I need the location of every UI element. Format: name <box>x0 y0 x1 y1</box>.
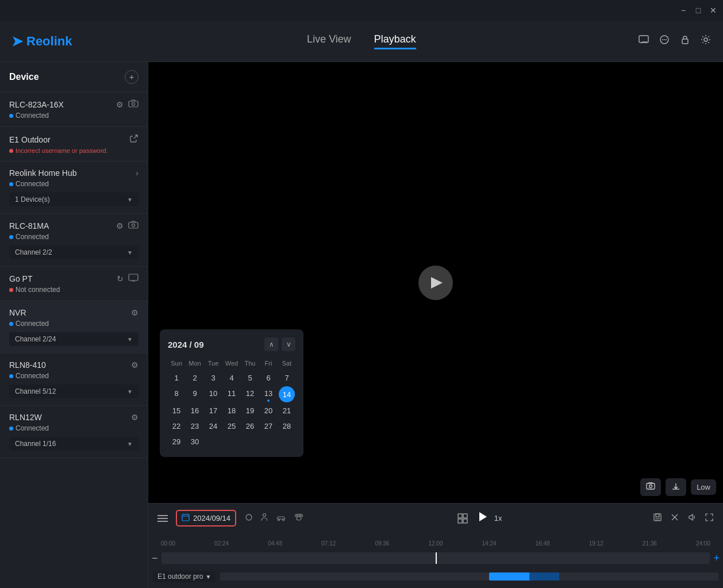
menu-button[interactable] <box>155 512 170 525</box>
tab-live-view[interactable]: Live View <box>307 33 351 49</box>
calendar-day-16[interactable]: 16 <box>186 403 203 418</box>
calendar-day-18[interactable]: 18 <box>223 403 240 418</box>
vehicle-filter[interactable] <box>273 511 289 525</box>
clip-button[interactable] <box>668 510 682 526</box>
ruler-label-0224: 02:24 <box>214 540 229 547</box>
gear-icon[interactable]: ⚙ <box>116 100 124 109</box>
calendar-day-6[interactable]: 6 <box>260 371 277 385</box>
calendar-day-3[interactable]: 3 <box>205 371 222 385</box>
lock-icon[interactable] <box>679 34 691 48</box>
device-card-e1-outdoor[interactable]: E1 Outdoor Incorrect username or passwor… <box>0 127 148 162</box>
add-device-button[interactable]: + <box>125 70 139 84</box>
calendar-day-28[interactable]: 28 <box>278 419 295 433</box>
volume-button[interactable] <box>685 510 699 526</box>
calendar-day-20[interactable]: 20 <box>260 403 277 418</box>
calendar-day-13[interactable]: 13 <box>260 386 277 402</box>
gear-icon[interactable]: ⚙ <box>131 360 139 370</box>
channel-label[interactable]: E1 outdoor pro ▼ <box>153 571 216 582</box>
message-icon[interactable] <box>659 34 670 48</box>
device-status: Connected <box>9 180 139 188</box>
calendar-day-7[interactable]: 7 <box>278 371 295 385</box>
device-card-go-pt[interactable]: Go PT ↻ Not connected <box>0 267 148 301</box>
calendar-day-25[interactable]: 25 <box>223 419 240 433</box>
day-header-tue: Tue <box>205 358 222 368</box>
maximize-button[interactable]: □ <box>693 5 703 16</box>
timeline-zoom-in-button[interactable]: + <box>710 552 723 564</box>
calendar-day-10[interactable]: 10 <box>205 386 222 402</box>
device-card-home-hub[interactable]: Reolink Home Hub › Connected 1 Device(s)… <box>0 162 148 214</box>
calendar-prev-button[interactable]: ∧ <box>264 337 278 351</box>
minimize-button[interactable]: − <box>678 5 689 16</box>
calendar-day-26[interactable]: 26 <box>241 419 259 433</box>
calendar-day-21[interactable]: 21 <box>278 403 295 418</box>
channel-label: Channel 1/16 <box>15 440 56 448</box>
device-name: RLC-81MA <box>9 221 49 230</box>
device-card-rlc-823a[interactable]: RLC-823A-16X ⚙ Connected <box>0 93 148 127</box>
calendar-day-4[interactable]: 4 <box>223 371 240 385</box>
chevron-down-icon: ▼ <box>127 197 133 203</box>
calendar-day-9[interactable]: 9 <box>186 386 203 402</box>
arrow-right-icon[interactable]: › <box>136 168 139 178</box>
download-button[interactable] <box>666 478 686 496</box>
calendar-day-19[interactable]: 19 <box>241 403 259 418</box>
calendar-day-17[interactable]: 17 <box>205 403 222 418</box>
device-card-rln12w[interactable]: RLN12W ⚙ Connected Channel 1/16 ▼ <box>0 406 148 458</box>
playback-play-button[interactable] <box>476 510 489 526</box>
camera-icon[interactable] <box>128 99 139 109</box>
calendar-day-29[interactable]: 29 <box>168 435 185 449</box>
screenshot-button[interactable] <box>640 478 661 496</box>
camera-icon[interactable] <box>128 221 139 230</box>
status-dot <box>9 426 13 431</box>
calendar-day-15[interactable]: 15 <box>168 403 185 418</box>
gear-icon[interactable]: ⚙ <box>116 221 124 230</box>
calendar-day-14-today[interactable]: 14 <box>279 386 295 402</box>
person-filter[interactable] <box>258 510 271 526</box>
calendar-day-5[interactable]: 5 <box>241 371 259 385</box>
screen-icon[interactable] <box>128 274 139 283</box>
calendar-day-24[interactable]: 24 <box>205 419 222 433</box>
channel-selector[interactable]: Channel 1/16 ▼ <box>9 437 139 451</box>
device-card-header: Reolink Home Hub › <box>9 168 139 178</box>
video-play-button[interactable] <box>418 266 453 300</box>
date-picker-badge[interactable]: 2024/09/14 <box>176 510 236 526</box>
all-events-filter[interactable] <box>242 511 256 525</box>
tab-playback[interactable]: Playback <box>374 33 416 49</box>
hub-channel-selector[interactable]: 1 Device(s) ▼ <box>9 193 139 206</box>
gear-icon[interactable]: ⚙ <box>131 413 139 422</box>
channel-timeline-bar[interactable] <box>220 572 718 581</box>
save-button[interactable] <box>651 510 664 526</box>
device-card-rlc-81ma[interactable]: RLC-81MA ⚙ Connected Channel 2/2 ▼ <box>0 214 148 267</box>
calendar-day-2[interactable]: 2 <box>186 371 203 385</box>
device-card-rln8-410[interactable]: RLN8-410 ⚙ Connected Channel 5/12 ▼ <box>0 353 148 406</box>
pet-filter[interactable] <box>291 511 306 525</box>
calendar-day-30[interactable]: 30 <box>186 435 203 449</box>
grid-view-button[interactable] <box>455 511 470 526</box>
device-card-nvr[interactable]: NVR ⚙ Connected Channel 2/24 ▼ <box>0 301 148 353</box>
channel-selector[interactable]: Channel 2/24 ▼ <box>9 332 139 346</box>
timeline-zoom-out-button[interactable]: − <box>148 552 161 564</box>
gear-icon[interactable]: ⚙ <box>131 308 139 317</box>
settings-icon[interactable] <box>700 34 712 48</box>
calendar-day-27[interactable]: 27 <box>260 419 277 433</box>
fullscreen-button[interactable] <box>702 510 716 526</box>
external-link-icon[interactable] <box>129 134 139 145</box>
quality-button[interactable]: Low <box>691 479 716 495</box>
refresh-icon[interactable]: ↻ <box>117 274 124 283</box>
calendar-day-23[interactable]: 23 <box>186 419 203 433</box>
content-area: 2024 / 09 ∧ ∨ Sun Mon Tue Wed Thu Fri Sa… <box>148 62 723 588</box>
channel-selector[interactable]: Channel 2/2 ▼ <box>9 245 139 259</box>
calendar-day-8[interactable]: 8 <box>168 386 185 402</box>
timeline-track[interactable] <box>161 552 710 564</box>
close-button[interactable]: ✕ <box>708 5 718 16</box>
status-dot <box>9 114 13 118</box>
ruler-label-2400: 24:00 <box>696 540 710 547</box>
sidebar-title: Device <box>9 72 39 82</box>
video-area[interactable]: 2024 / 09 ∧ ∨ Sun Mon Tue Wed Thu Fri Sa… <box>148 62 723 503</box>
calendar-day-12[interactable]: 12 <box>241 386 259 402</box>
calendar-day-11[interactable]: 11 <box>223 386 240 402</box>
calendar-day-1[interactable]: 1 <box>168 371 185 385</box>
calendar-day-22[interactable]: 22 <box>168 419 185 433</box>
calendar-next-button[interactable]: ∨ <box>282 337 295 351</box>
channel-selector[interactable]: Channel 5/12 ▼ <box>9 385 139 398</box>
chat-icon[interactable] <box>638 34 649 48</box>
